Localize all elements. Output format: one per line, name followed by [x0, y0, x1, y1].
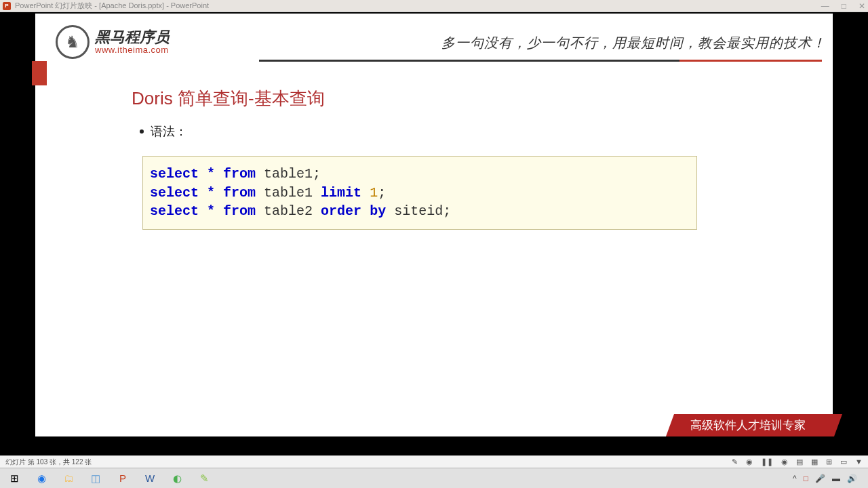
logo-cn-text: 黑马程序员	[95, 29, 170, 45]
sorter-view-icon[interactable]: ⊞	[826, 458, 832, 466]
pause-icon[interactable]: ❚❚	[761, 458, 773, 466]
prev-slide-icon[interactable]: ◉	[746, 458, 753, 466]
windows-taskbar: ⊞ ◉ 🗂 ◫ P W ◐ ✎ ^ □ 🎤 ▬ 🔊	[0, 468, 868, 488]
slide-content[interactable]: ♞ 黑马程序员 www.itheima.com 多一句没有，少一句不行，用最短时…	[35, 14, 833, 436]
bullet-syntax: 语法：	[140, 123, 187, 140]
normal-view-icon[interactable]: ▦	[811, 458, 818, 466]
slogan-text: 多一句没有，少一句不行，用最短时间，教会最实用的技术！	[441, 34, 826, 52]
powerpoint-icon: P	[3, 2, 11, 10]
code-line-3: select * from table2 order by siteid;	[150, 202, 690, 221]
maximize-button[interactable]: □	[842, 1, 846, 11]
minimize-button[interactable]: —	[821, 1, 829, 11]
window-titlebar: P PowerPoint 幻灯片放映 - [Apache Doris.pptx]…	[0, 0, 868, 12]
chrome-icon[interactable]: ◉	[34, 471, 49, 486]
powerpoint-taskbar-icon[interactable]: P	[115, 471, 130, 486]
slide-header: ♞ 黑马程序员 www.itheima.com 多一句没有，少一句不行，用最短时…	[56, 22, 826, 62]
red-side-tab	[32, 61, 47, 85]
tray-chevron-icon[interactable]: ^	[793, 474, 797, 483]
next-slide-icon[interactable]: ◉	[781, 458, 788, 466]
tray-battery-icon[interactable]: ▬	[832, 474, 840, 483]
window-title: PowerPoint 幻灯片放映 - [Apache Doris.pptx] -…	[15, 1, 821, 11]
logo: ♞ 黑马程序员 www.itheima.com	[56, 25, 170, 59]
tray-app-icon[interactable]: □	[804, 474, 808, 483]
browser-icon[interactable]: ◐	[170, 471, 184, 486]
code-line-2: select * from table1 limit 1;	[150, 184, 690, 203]
slideshow-view-icon[interactable]: ▼	[855, 458, 863, 466]
powerpoint-statusbar: 幻灯片 第 103 张，共 122 张 ✎ ◉ ❚❚ ◉ ▤ ▦ ⊞ ▭ ▼	[0, 455, 868, 468]
word-taskbar-icon[interactable]: W	[142, 471, 157, 486]
slogan-underline	[259, 60, 822, 62]
tray-mic-icon[interactable]: 🎤	[815, 474, 825, 483]
file-explorer-icon[interactable]: 🗂	[61, 471, 76, 486]
footer-badge: 高级软件人才培训专家	[666, 414, 842, 436]
taskview-icon[interactable]: ◫	[88, 471, 103, 486]
start-button[interactable]: ⊞	[7, 471, 22, 486]
app-icon[interactable]: ✎	[197, 471, 212, 486]
code-line-1: select * from table1;	[150, 165, 690, 184]
slide-counter: 幻灯片 第 103 张，共 122 张	[5, 458, 92, 467]
pen-tool-icon[interactable]: ✎	[732, 458, 738, 466]
tray-volume-icon[interactable]: 🔊	[847, 474, 857, 483]
notes-view-icon[interactable]: ▤	[796, 458, 803, 466]
close-button[interactable]: ✕	[859, 1, 865, 11]
slide-title: Doris 简单查询-基本查询	[132, 87, 325, 110]
presentation-frame: ♞ 黑马程序员 www.itheima.com 多一句没有，少一句不行，用最短时…	[0, 12, 868, 455]
logo-horse-icon: ♞	[56, 25, 90, 59]
logo-url-text: www.itheima.com	[95, 45, 170, 55]
code-block: select * from table1; select * from tabl…	[142, 156, 697, 230]
reading-view-icon[interactable]: ▭	[840, 458, 847, 466]
